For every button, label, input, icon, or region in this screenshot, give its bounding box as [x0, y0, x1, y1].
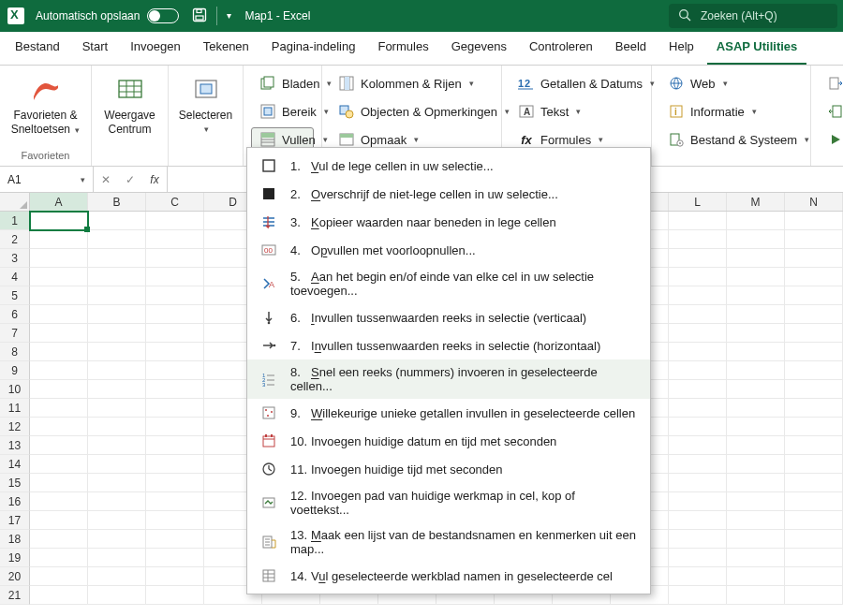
- cell[interactable]: [88, 212, 146, 230]
- cell[interactable]: [669, 343, 727, 361]
- bestand-systeem-button[interactable]: Bestand & Systeem▾: [659, 127, 803, 152]
- cell[interactable]: [727, 230, 785, 249]
- cell[interactable]: [88, 361, 146, 380]
- column-header[interactable]: B: [88, 193, 146, 211]
- weergave-centrum-button[interactable]: Weergave Centrum: [96, 69, 162, 138]
- cell[interactable]: [669, 399, 727, 418]
- cell[interactable]: [146, 230, 204, 249]
- cell[interactable]: [146, 436, 204, 455]
- cell[interactable]: [88, 418, 146, 436]
- select-all-corner[interactable]: [0, 193, 30, 211]
- cell[interactable]: [785, 230, 843, 249]
- selecteren-button[interactable]: Selecteren ▾: [171, 69, 240, 138]
- cell[interactable]: [669, 530, 727, 549]
- cell[interactable]: [669, 249, 727, 268]
- cell[interactable]: [727, 511, 785, 530]
- cell[interactable]: [30, 474, 88, 492]
- cell[interactable]: [669, 586, 727, 605]
- cell[interactable]: [785, 305, 843, 324]
- cell[interactable]: [669, 230, 727, 249]
- cell[interactable]: [146, 212, 204, 230]
- cell[interactable]: [727, 212, 785, 230]
- cell[interactable]: [30, 380, 88, 399]
- cell[interactable]: [146, 530, 204, 549]
- row-header[interactable]: 17: [0, 511, 30, 530]
- tab-bestand[interactable]: Bestand: [6, 32, 69, 65]
- export-button[interactable]: Ex: [819, 99, 843, 124]
- kolommen-rijen-button[interactable]: Kolommen & Rijen▾: [330, 71, 494, 95]
- cell[interactable]: [727, 343, 785, 361]
- menu-item[interactable]: 13. Maak een lijst van de bestandsnamen …: [247, 522, 650, 562]
- cell[interactable]: [785, 549, 843, 567]
- cancel-icon[interactable]: ✕: [94, 173, 118, 186]
- cell[interactable]: [146, 324, 204, 343]
- cell[interactable]: [88, 530, 146, 549]
- row-header[interactable]: 14: [0, 455, 30, 474]
- tab-tekenen[interactable]: Tekenen: [194, 32, 259, 65]
- cell[interactable]: [30, 586, 88, 605]
- cell[interactable]: [785, 474, 843, 492]
- cell[interactable]: [30, 455, 88, 474]
- cell[interactable]: [785, 212, 843, 230]
- cell[interactable]: [669, 436, 727, 455]
- menu-item[interactable]: 11. Invoegen huidige tijd met seconden: [247, 455, 650, 483]
- cell[interactable]: [785, 343, 843, 361]
- tab-beeld[interactable]: Beeld: [606, 32, 656, 65]
- cell[interactable]: [785, 268, 843, 286]
- cell[interactable]: [727, 549, 785, 567]
- cell[interactable]: [727, 455, 785, 474]
- cell[interactable]: [727, 530, 785, 549]
- menu-item[interactable]: 6. Invullen tussenwaarden reeks in selec…: [247, 303, 650, 331]
- row-header[interactable]: 3: [0, 249, 30, 268]
- row-header[interactable]: 18: [0, 530, 30, 549]
- row-header[interactable]: 9: [0, 361, 30, 380]
- menu-item[interactable]: 1238. Snel een reeks (nummers) invoeren …: [247, 359, 650, 399]
- cell[interactable]: [785, 530, 843, 549]
- cell[interactable]: [88, 586, 146, 605]
- cell[interactable]: [727, 474, 785, 492]
- menu-item[interactable]: 7. Invullen tussenwaarden reeks in selec…: [247, 331, 650, 359]
- cell[interactable]: [88, 305, 146, 324]
- cell[interactable]: [88, 549, 146, 567]
- name-box[interactable]: A1 ▾: [0, 167, 94, 192]
- cell[interactable]: [785, 324, 843, 343]
- menu-item[interactable]: 10. Invoegen huidige datum en tijd met s…: [247, 427, 650, 455]
- cell[interactable]: [88, 455, 146, 474]
- cell[interactable]: [669, 567, 727, 586]
- cell[interactable]: [727, 324, 785, 343]
- cell[interactable]: [30, 399, 88, 418]
- row-header[interactable]: 5: [0, 286, 30, 305]
- cell[interactable]: [30, 268, 88, 286]
- cell[interactable]: [669, 305, 727, 324]
- tab-help[interactable]: Help: [659, 32, 703, 65]
- cell[interactable]: [30, 361, 88, 380]
- cell[interactable]: [88, 286, 146, 305]
- menu-item[interactable]: 1. Vul de lege cellen in uw selectie...: [247, 152, 650, 180]
- row-header[interactable]: 6: [0, 305, 30, 324]
- cell[interactable]: [785, 380, 843, 399]
- cell[interactable]: [88, 268, 146, 286]
- cell[interactable]: [88, 436, 146, 455]
- cell[interactable]: [88, 399, 146, 418]
- cell[interactable]: [146, 249, 204, 268]
- cell[interactable]: [785, 436, 843, 455]
- cell[interactable]: [785, 361, 843, 380]
- tab-invoegen[interactable]: Invoegen: [121, 32, 190, 65]
- menu-item[interactable]: 12. Invoegen pad van huidige werkmap in …: [247, 483, 650, 522]
- column-header[interactable]: N: [785, 193, 843, 211]
- cell[interactable]: [88, 511, 146, 530]
- cell[interactable]: [669, 418, 727, 436]
- cell[interactable]: [88, 567, 146, 586]
- cell[interactable]: [669, 212, 727, 230]
- cell[interactable]: [785, 511, 843, 530]
- cell[interactable]: [146, 586, 204, 605]
- qat-overflow-icon[interactable]: ▾: [227, 11, 231, 21]
- row-header[interactable]: 12: [0, 418, 30, 436]
- cell[interactable]: [146, 361, 204, 380]
- menu-item[interactable]: A5. Aan het begin en/of einde van elke c…: [247, 264, 650, 303]
- tab-pagina-indeling[interactable]: Pagina-indeling: [262, 32, 365, 65]
- cell[interactable]: [146, 511, 204, 530]
- cell[interactable]: [669, 324, 727, 343]
- cell[interactable]: [88, 380, 146, 399]
- cell[interactable]: [669, 361, 727, 380]
